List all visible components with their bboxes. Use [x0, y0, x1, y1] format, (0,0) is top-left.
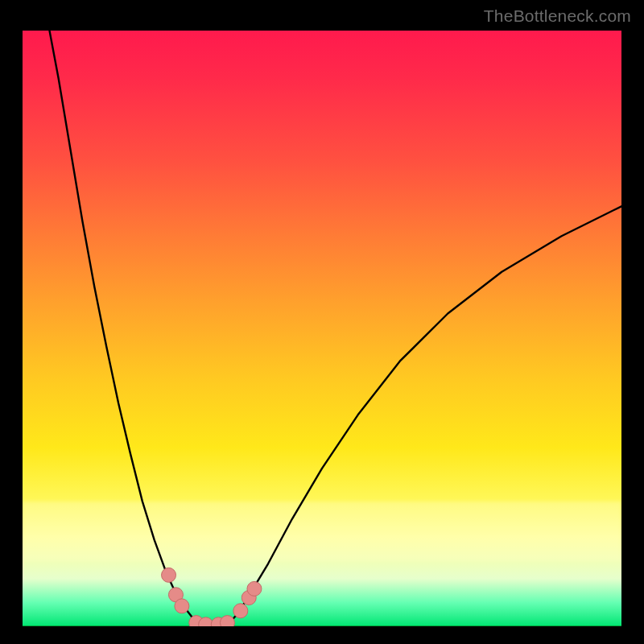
curve-group	[49, 31, 621, 626]
data-marker	[220, 616, 234, 626]
marker-group	[162, 568, 262, 626]
chart-frame: TheBottleneck.com	[0, 0, 644, 644]
data-marker	[233, 604, 248, 618]
series-right-branch	[226, 206, 621, 626]
data-marker	[162, 568, 176, 582]
chart-svg	[23, 31, 621, 626]
data-marker	[175, 599, 189, 613]
data-marker	[247, 581, 262, 596]
plot-area	[23, 31, 621, 626]
watermark-text: TheBottleneck.com	[484, 6, 631, 26]
series-left-branch	[49, 31, 202, 626]
